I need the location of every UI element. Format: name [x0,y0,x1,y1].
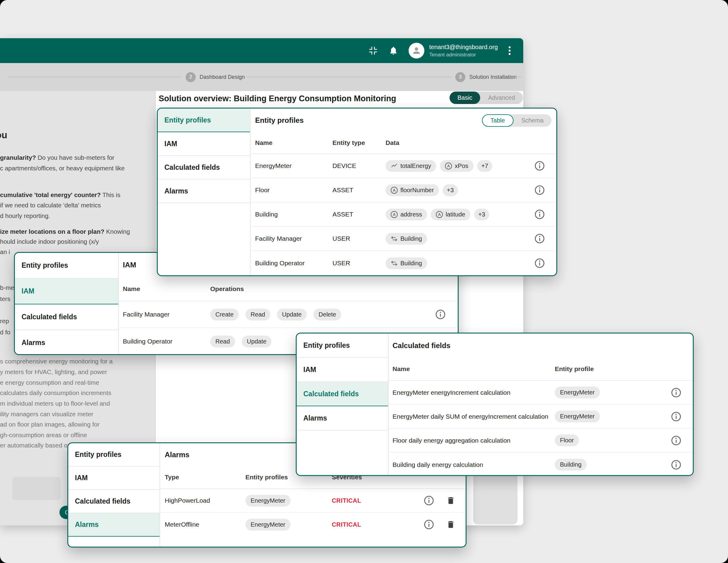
notifications-bell-icon[interactable] [389,46,398,56]
table-row[interactable]: EnergyMeter daily SUM of energyIncrement… [389,405,693,429]
severity-badge: CRITICAL [332,497,361,504]
nav-calculated-fields[interactable]: Calculated fields [68,490,160,513]
text-fragment: d fo [0,329,10,336]
description-line: calculates daily consumption increments [0,389,111,396]
nav-filler [158,203,250,275]
entity-profile-chip: EnergyMeter [245,519,291,531]
cell-type: MeterOffline [165,521,245,528]
calculated-fields-card: Entity profiles IAM Calculated fields Al… [296,332,694,476]
cell-entity-type: USER [332,260,386,267]
table-row[interactable]: EnergyMeter energyIncrement calculation … [389,381,693,405]
info-button[interactable] [424,495,434,506]
table-row[interactable]: Facility Manager Create Read Update Dele… [119,301,458,328]
description-line: ility managers can visualize meter [0,410,93,418]
relation-icon [391,260,398,267]
question-line: d hourly reporting. [0,212,50,220]
nav-alarms[interactable]: Alarms [158,180,250,203]
more-chip[interactable]: +3 [443,184,458,196]
attribute-chip: A xPos [440,160,473,172]
app-header: tenant3@thingsboard.org Tenant administr… [0,38,523,63]
cell-type: HighPowerLoad [165,497,245,504]
advanced-toggle-button[interactable]: Advanced [480,94,523,101]
column-header-operations: Operations [210,285,458,292]
nav-label: IAM [164,140,177,148]
column-header-entity-profile: Entity profile [555,365,693,372]
stepper-line [246,77,451,77]
nav-iam[interactable]: IAM [68,467,160,490]
table-row[interactable]: MeterOffline EnergyMeter CRITICAL [160,513,466,536]
collapse-icon[interactable] [368,46,378,56]
table-row[interactable]: Floor ASSET A floorNumber +3 [251,178,556,203]
cell-name: Building Operator [255,260,332,267]
table-row[interactable]: EnergyMeter DEVICE totalEnergy A xPos +7 [251,154,556,178]
nav-calculated-fields[interactable]: Calculated fields [158,156,250,180]
more-menu-icon[interactable] [508,45,511,56]
nav-alarms[interactable]: Alarms [297,406,388,430]
delete-button[interactable] [446,496,455,505]
attribute-icon: A [445,163,452,170]
info-button[interactable] [671,411,681,422]
description-line: y meters for HVAC, lighting, and power [0,368,107,376]
nav-label: Alarms [303,414,327,422]
table-row[interactable]: Building ASSET A address A latitude +3 [251,203,556,227]
cell-data: Building [386,258,523,269]
operation-chip: Read [210,335,235,347]
person-icon [412,46,421,56]
table-row[interactable]: Building Operator USER Building [251,251,556,275]
info-button[interactable] [534,234,545,244]
nav-entity-profiles[interactable]: Entity profiles [68,443,160,467]
operation-chip: Delete [313,308,341,320]
user-email: tenant3@thingsboard.org [429,44,498,51]
table-row[interactable]: HighPowerLoad EnergyMeter CRITICAL [160,489,466,513]
relation-icon [391,235,398,242]
nav-calculated-fields[interactable]: Calculated fields [15,304,118,330]
question-line: granularity? Do you have sub-meters for [0,154,114,161]
info-button[interactable] [534,258,545,268]
step-label: Solution Installation [469,74,517,80]
info-button[interactable] [534,161,545,171]
info-button[interactable] [435,309,446,319]
nav-iam[interactable]: IAM [158,132,250,156]
nav-iam[interactable]: IAM [15,279,118,304]
table-row[interactable]: Facility Manager USER Building [251,227,556,251]
cell-name: Building daily energy calculation [393,461,555,468]
trash-icon [446,496,455,505]
info-button[interactable] [671,435,681,446]
question-line: cumulative 'total energy' counter? This … [0,191,120,199]
stepper-step-solution-installation[interactable]: 3 Solution Installation [455,63,517,91]
nav-label: Calculated fields [22,313,77,321]
info-button[interactable] [424,519,434,530]
nav-iam[interactable]: IAM [297,358,388,382]
info-button[interactable] [534,185,545,195]
nav-calculated-fields[interactable]: Calculated fields [297,382,388,406]
nav-entity-profiles[interactable]: Entity profiles [15,253,118,279]
description-line: m individual meters up to floor-level an… [0,400,110,407]
delete-button[interactable] [446,520,455,529]
entity-profiles-card: Entity profiles IAM Calculated fields Al… [157,108,557,276]
nav-alarms[interactable]: Alarms [68,513,160,537]
attribute-chip: A floorNumber [386,184,439,196]
table-row[interactable]: Floor daily energy aggregation calculati… [389,429,693,453]
cell-name: Building Operator [123,338,210,345]
table-row[interactable]: Building daily energy calculation Buildi… [389,453,693,476]
nav-alarms[interactable]: Alarms [15,330,118,355]
entity-profile-chip: EnergyMeter [555,410,600,422]
info-button[interactable] [671,460,681,470]
entity-profile-chip: EnergyMeter [245,495,291,507]
basic-toggle-button[interactable]: Basic [450,92,480,104]
schema-toggle-button[interactable]: Schema [514,114,551,127]
relation-chip: Building [386,233,427,245]
nav-entity-profiles[interactable]: Entity profiles [297,333,388,358]
user-menu[interactable]: tenant3@thingsboard.org Tenant administr… [409,43,498,59]
more-chip[interactable]: +7 [477,160,493,172]
info-button[interactable] [671,387,681,398]
cell-name: Floor [255,187,332,194]
more-chip[interactable]: +3 [474,209,490,221]
cell-data: A address A latitude +3 [386,209,523,221]
description-line: ad on floor plan images, allowing for [0,421,99,428]
table-toggle-button[interactable]: Table [482,114,514,127]
info-button[interactable] [534,209,545,220]
assistant-heading-fragment: ou [0,130,7,141]
stepper-step-dashboard-design[interactable]: 2 Dashboard Design [186,63,245,91]
nav-entity-profiles[interactable]: Entity profiles [158,109,250,132]
